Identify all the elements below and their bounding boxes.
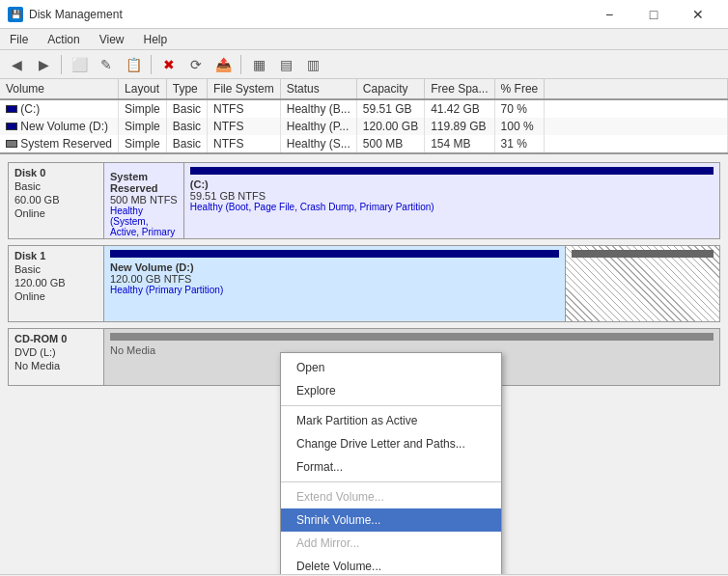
cell-extra	[545, 118, 728, 135]
cdrom-type: DVD (L:)	[14, 346, 98, 358]
context-menu-item: Extend Volume...	[281, 485, 501, 508]
disk-1-size: 120.00 GB	[14, 277, 98, 288]
drive-icon	[6, 140, 17, 148]
cell-layout: Simple	[119, 99, 167, 118]
disk-1-partitions: New Volume (D:) 120.00 GB NTFS Healthy (…	[104, 245, 720, 322]
context-menu-item[interactable]: Delete Volume...	[281, 555, 501, 574]
context-menu-item[interactable]: Explore	[281, 379, 501, 402]
up-button[interactable]: ⬜	[67, 53, 92, 76]
col-pct[interactable]: % Free	[494, 79, 545, 99]
context-menu-item: Add Mirror...	[281, 532, 501, 555]
col-filesystem[interactable]: File System	[208, 79, 281, 99]
context-menu-separator	[281, 405, 501, 406]
cdrom-status: No Media	[14, 360, 98, 371]
menu-file[interactable]: File	[0, 29, 38, 50]
cell-status: Healthy (B...	[280, 99, 356, 118]
partition-header-bar	[110, 250, 559, 258]
disk-0-size: 60.00 GB	[14, 194, 98, 206]
cell-capacity: 500 MB	[356, 135, 424, 152]
partition-detail1: 500 MB NTFS	[110, 194, 178, 206]
drive-icon	[6, 123, 17, 130]
partition-name: (C:)	[190, 178, 714, 190]
disk-1-unallocated[interactable]	[566, 246, 719, 321]
disk-1-d[interactable]: New Volume (D:) 120.00 GB NTFS Healthy (…	[104, 246, 566, 321]
disk-1-type: Basic	[14, 263, 98, 275]
partition-header-bar	[572, 250, 714, 258]
properties-button[interactable]: 📋	[121, 53, 146, 76]
view1-button[interactable]: ▦	[246, 53, 271, 76]
partition-header-bar	[190, 167, 714, 175]
menu-bar: File Action View Help	[0, 29, 728, 50]
cell-free: 154 MB	[425, 135, 494, 152]
disk-0-c[interactable]: (C:) 59.51 GB NTFS Healthy (Boot, Page F…	[184, 163, 719, 238]
cell-pct: 70 %	[494, 99, 545, 118]
menu-view[interactable]: View	[90, 29, 134, 50]
menu-action[interactable]: Action	[38, 29, 89, 50]
context-menu-item[interactable]: Shrink Volume...	[281, 508, 501, 532]
disk-0-sysreserved[interactable]: System Reserved 500 MB NTFS Healthy (Sys…	[104, 163, 184, 238]
action-button[interactable]: ✎	[94, 53, 119, 76]
cell-type: Basic	[166, 135, 207, 152]
partition-name: New Volume (D:)	[110, 261, 559, 273]
cell-fs: NTFS	[208, 118, 281, 135]
partition-detail1: 59.51 GB NTFS	[190, 190, 714, 202]
cell-extra	[545, 99, 728, 118]
refresh-button[interactable]: ⟳	[183, 53, 209, 76]
minimize-button[interactable]: −	[587, 0, 631, 29]
disk-0-partitions: System Reserved 500 MB NTFS Healthy (Sys…	[104, 162, 720, 239]
title-bar-left: 💾 Disk Management	[8, 7, 123, 22]
toolbar-separator-3	[240, 55, 241, 74]
export-button[interactable]: 📤	[210, 53, 236, 76]
toolbar-separator-1	[61, 55, 62, 74]
context-menu-item[interactable]: Change Drive Letter and Paths...	[281, 432, 501, 455]
col-status[interactable]: Status	[280, 79, 356, 99]
disk-0-type: Basic	[14, 180, 98, 192]
forward-button[interactable]: ▶	[31, 53, 56, 76]
cell-status: Healthy (S...	[280, 135, 356, 152]
cell-volume: (C:)	[0, 99, 119, 118]
close-button[interactable]: ✕	[676, 0, 720, 29]
cell-status: Healthy (P...	[280, 118, 356, 135]
cell-volume: System Reserved	[0, 135, 119, 152]
context-menu: OpenExploreMark Partition as ActiveChang…	[280, 352, 502, 574]
col-layout[interactable]: Layout	[119, 79, 167, 99]
drive-icon	[6, 105, 17, 113]
col-extra	[545, 79, 728, 99]
menu-help[interactable]: Help	[134, 29, 178, 50]
window-controls: − □ ✕	[587, 0, 720, 29]
table-row[interactable]: New Volume (D:) Simple Basic NTFS Health…	[0, 118, 728, 135]
col-type[interactable]: Type	[166, 79, 207, 99]
toolbar-separator-2	[151, 55, 152, 74]
cdrom-name: CD-ROM 0	[14, 333, 98, 344]
col-free[interactable]: Free Spa...	[425, 79, 494, 99]
cell-fs: NTFS	[208, 99, 281, 118]
cell-free: 41.42 GB	[425, 99, 494, 118]
partition-header-bar	[110, 333, 714, 341]
table-row[interactable]: (C:) Simple Basic NTFS Healthy (B... 59.…	[0, 99, 728, 118]
partition-detail1: 120.00 GB NTFS	[110, 273, 559, 285]
disk-0-status: Online	[14, 207, 98, 219]
disk-1-status: Online	[14, 290, 98, 302]
col-volume[interactable]: Volume	[0, 79, 119, 99]
view3-button[interactable]: ▥	[300, 53, 325, 76]
context-menu-item[interactable]: Format...	[281, 455, 501, 479]
table-row[interactable]: System Reserved Simple Basic NTFS Health…	[0, 135, 728, 152]
context-menu-item[interactable]: Mark Partition as Active	[281, 409, 501, 432]
back-button[interactable]: ◀	[4, 53, 29, 76]
disk-1-row: Disk 1 Basic 120.00 GB Online New Volume…	[8, 245, 720, 322]
cell-fs: NTFS	[208, 135, 281, 152]
context-menu-item[interactable]: Open	[281, 356, 501, 379]
disk-area: Disk 0 Basic 60.00 GB Online System Rese…	[0, 154, 728, 574]
partition-detail2: Healthy (Primary Partition)	[110, 285, 559, 295]
cell-free: 119.89 GB	[425, 118, 494, 135]
cell-capacity: 120.00 GB	[356, 118, 424, 135]
maximize-button[interactable]: □	[631, 0, 676, 29]
col-capacity[interactable]: Capacity	[356, 79, 424, 99]
partition-detail2: Healthy (Boot, Page File, Crash Dump, Pr…	[190, 202, 714, 212]
cell-type: Basic	[166, 99, 207, 118]
disk-0-name: Disk 0	[14, 167, 98, 178]
disk-0-label: Disk 0 Basic 60.00 GB Online	[8, 162, 104, 239]
view2-button[interactable]: ▤	[273, 53, 298, 76]
delete-button[interactable]: ✖	[156, 53, 182, 76]
cell-volume: New Volume (D:)	[0, 118, 119, 135]
